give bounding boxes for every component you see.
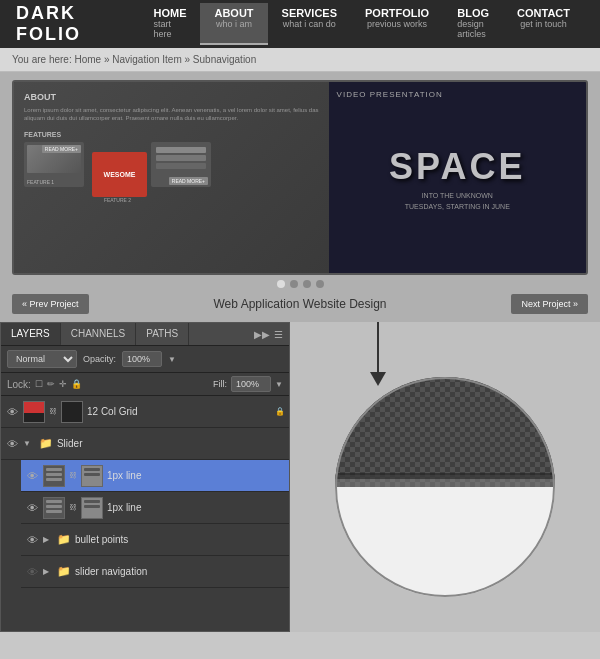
dot-1[interactable] (277, 280, 285, 288)
layer-lock-icon: 🔒 (275, 407, 285, 416)
bottom-section: LAYERS CHANNELS PATHS ▶▶ ☰ Normal Opacit… (0, 322, 600, 632)
folder-icon-slidernav: 📁 (57, 565, 71, 578)
slider-left: ABOUT Lorem ipsum dolor sit amet, consec… (14, 82, 329, 273)
features-label: FEATURES (24, 131, 319, 138)
layer-row-slider[interactable]: 👁 ▼ 📁 Slider (1, 428, 289, 460)
fill-input[interactable] (231, 376, 271, 392)
dark-bar (335, 473, 555, 479)
chain-icon-1: ⛓ (69, 471, 77, 480)
triangle-icon[interactable]: ▼ (23, 439, 31, 448)
wesome-box: WESOME (92, 152, 147, 197)
slider-right: VIDEO PRESENTATION SPACE INTO THE UNKNOW… (329, 82, 586, 273)
layer-row-1pxline-1[interactable]: 👁 ⛓ 1px line (21, 460, 289, 492)
tab-channels[interactable]: CHANNELS (61, 323, 136, 345)
read-more-3[interactable]: READ MORE+ (169, 177, 208, 185)
nav-contact-sub: get in touch (520, 19, 567, 29)
feature-3-img (154, 145, 208, 171)
fill-arrow-icon: ▼ (275, 380, 283, 389)
prev-label: « Prev Project (22, 299, 79, 309)
about-tag: ABOUT (24, 92, 319, 102)
nav-blog-sub: design articles (457, 19, 489, 39)
layer-name-1pxline2: 1px line (107, 502, 285, 513)
blend-mode-select[interactable]: Normal (7, 350, 77, 368)
dot-3[interactable] (303, 280, 311, 288)
nav-blog-label: BLOG (457, 7, 489, 19)
opacity-arrow-icon: ▼ (168, 355, 176, 364)
visibility-icon-1pxline1[interactable]: 👁 (25, 470, 39, 482)
nav-contact[interactable]: CONTACT get in touch (503, 3, 584, 45)
layer-thumb-1pxline2 (43, 497, 65, 519)
layer-row-1pxline-2[interactable]: 👁 ⛓ 1px line (21, 492, 289, 524)
features-section: FEATURE 1 READ MORE+ WESOME FEATURE 2 R (24, 142, 319, 203)
lock-icon[interactable]: 🔒 (71, 379, 82, 389)
opacity-label: Opacity: (83, 354, 116, 364)
triangle-icon-bullets[interactable]: ▶ (43, 535, 49, 544)
tab-paths[interactable]: PATHS (136, 323, 189, 345)
circle-visual-area (290, 322, 600, 632)
menu-icon[interactable]: ☰ (274, 329, 283, 340)
expand-icon[interactable]: ▶▶ (254, 329, 270, 340)
nav-portfolio-sub: previous works (367, 19, 427, 29)
nav-services-label: SERVICES (282, 7, 337, 19)
project-title: Web Application Website Design (89, 297, 512, 311)
layer-row-12colgrid[interactable]: 👁 ⛓ 12 Col Grid 🔒 (1, 396, 289, 428)
feature-1: FEATURE 1 READ MORE+ (24, 142, 84, 187)
main-content: ABOUT Lorem ipsum dolor sit amet, consec… (0, 72, 600, 322)
nav-blog[interactable]: BLOG design articles (443, 3, 503, 45)
circle-container (335, 377, 555, 597)
nav-about[interactable]: ABOUT who i am (200, 3, 267, 45)
layer-name: 12 Col Grid (87, 406, 269, 417)
nav-portfolio-label: PORTFOLIO (365, 7, 429, 19)
lock-box-icon[interactable]: ☐ (35, 379, 43, 389)
layer-row-bullets[interactable]: 👁 ▶ 📁 bullet points (21, 524, 289, 556)
video-label: VIDEO PRESENTATION (337, 90, 443, 99)
space-title: SPACE (389, 146, 525, 188)
chain-icon: ⛓ (49, 407, 57, 416)
wesome-text: WESOME (104, 171, 136, 178)
triangle-icon-slidernav[interactable]: ▶ (43, 567, 49, 576)
arrow-line (377, 322, 379, 372)
read-more-1[interactable]: READ MORE+ (42, 145, 81, 153)
checker-pattern (335, 377, 555, 487)
layer-name-bullets: bullet points (75, 534, 285, 545)
dot-4[interactable] (316, 280, 324, 288)
visibility-icon[interactable]: 👁 (5, 406, 19, 418)
nav-home-sub: start here (153, 19, 186, 39)
next-label: Next Project » (521, 299, 578, 309)
opacity-input[interactable] (122, 351, 162, 367)
visibility-icon-bullets[interactable]: 👁 (25, 534, 39, 546)
visibility-icon-slidernav[interactable]: 👁 (25, 566, 39, 578)
layer-mask-1pxline2 (81, 497, 103, 519)
ps-tabs: LAYERS CHANNELS PATHS ▶▶ ☰ (1, 323, 289, 346)
tab-layers[interactable]: LAYERS (1, 323, 61, 345)
nav-about-label: ABOUT (214, 7, 253, 19)
layer-row-slidernav[interactable]: 👁 ▶ 📁 slider navigation (21, 556, 289, 588)
ps-tab-extras: ▶▶ ☰ (248, 323, 289, 345)
nav-home-label: HOME (153, 7, 186, 19)
layer-name-slider: Slider (57, 438, 285, 449)
space-sub2: TUESDAYS, STARTING IN JUNE (405, 203, 510, 210)
breadcrumb-text: You are here: Home » Navigation Item » S… (12, 54, 256, 65)
nav-services[interactable]: SERVICES what i can do (268, 3, 351, 45)
next-project-button[interactable]: Next Project » (511, 294, 588, 314)
ps-toolbar-opacity: Normal Opacity: ▼ (1, 346, 289, 373)
layer-thumb-grid (23, 401, 45, 423)
feature-1-label: FEATURE 1 (27, 179, 54, 185)
feature-2-label: FEATURE 2 (104, 197, 131, 203)
layer-name-1pxline1: 1px line (107, 470, 285, 481)
top-navigation: DARK FOLIO HOME start here ABOUT who i a… (0, 0, 600, 48)
prev-project-button[interactable]: « Prev Project (12, 294, 89, 314)
move-icon[interactable]: ✛ (59, 379, 67, 389)
nav-home[interactable]: HOME start here (139, 3, 200, 45)
nav-portfolio[interactable]: PORTFOLIO previous works (351, 3, 443, 45)
visibility-icon-1pxline2[interactable]: 👁 (25, 502, 39, 514)
pen-icon[interactable]: ✏ (47, 379, 55, 389)
visibility-icon-slider[interactable]: 👁 (5, 438, 19, 450)
wesome-container: WESOME FEATURE 2 (88, 142, 147, 203)
circle-bottom-half (335, 487, 555, 597)
dot-2[interactable] (290, 280, 298, 288)
photoshop-panel: LAYERS CHANNELS PATHS ▶▶ ☰ Normal Opacit… (0, 322, 290, 632)
nav-services-sub: what i can do (283, 19, 336, 29)
breadcrumb: You are here: Home » Navigation Item » S… (0, 48, 600, 72)
chain-icon-2: ⛓ (69, 503, 77, 512)
